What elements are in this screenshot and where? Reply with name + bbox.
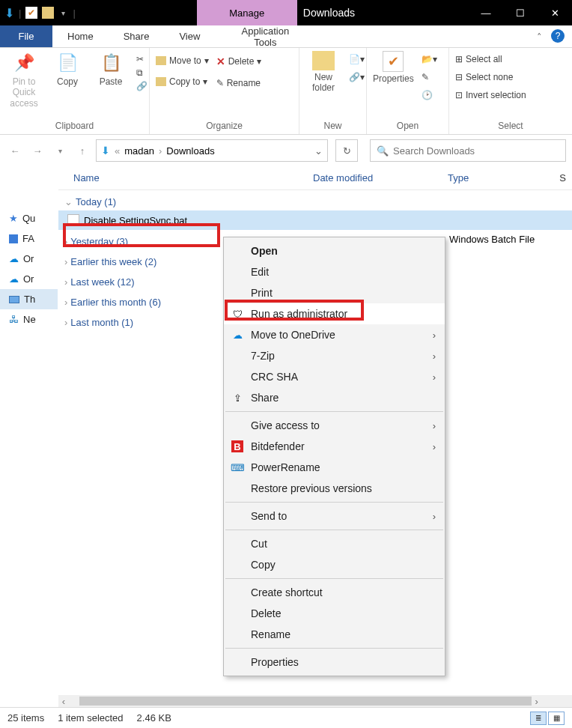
menu-crc-sha[interactable]: CRC SHA› <box>224 366 445 387</box>
folder-icon[interactable] <box>42 7 54 19</box>
search-input[interactable] <box>393 145 559 157</box>
group-label: Earlier this month (6) <box>70 297 161 308</box>
home-tab[interactable]: Home <box>52 25 109 47</box>
menu-share[interactable]: ⇪Share <box>224 387 445 408</box>
back-button[interactable]: ← <box>6 142 24 160</box>
scroll-left-icon[interactable]: ‹ <box>58 696 69 707</box>
delete-button[interactable]: ✕Delete▾ <box>216 55 262 67</box>
column-size[interactable]: S <box>557 172 572 183</box>
menu-copy[interactable]: Copy <box>224 554 445 575</box>
up-button[interactable]: ↑ <box>73 142 91 160</box>
menu-cut[interactable]: Cut <box>224 533 445 554</box>
address-bar[interactable]: ⬇ « madan › Downloads ⌄ <box>96 139 328 162</box>
thumbnails-view-button[interactable]: ▦ <box>548 712 565 725</box>
menu-7zip[interactable]: 7-Zip› <box>224 345 445 366</box>
menu-create-shortcut[interactable]: Create shortcut <box>224 582 445 603</box>
menu-open[interactable]: Open <box>224 240 445 261</box>
collapse-ribbon-icon[interactable]: ˄ <box>537 31 542 43</box>
copy-to-label: Copy to <box>169 76 200 87</box>
column-headers[interactable]: Name Date modified Type S <box>58 166 572 190</box>
status-size: 2.46 KB <box>137 712 171 724</box>
menu-bitdefender[interactable]: BBitdefender› <box>224 436 445 457</box>
application-tools-tab[interactable]: Application Tools <box>215 25 315 47</box>
menu-restore-versions[interactable]: Restore previous versions <box>224 478 445 499</box>
help-icon[interactable]: ? <box>551 29 565 43</box>
view-tab[interactable]: View <box>164 25 215 47</box>
open-icon[interactable]: 📂▾ <box>422 54 437 64</box>
building-icon <box>9 234 18 243</box>
copy-to-button[interactable]: Copy to▾ <box>156 76 209 87</box>
history-icon[interactable]: 🕑 <box>422 90 437 100</box>
chevron-right-icon: › <box>64 276 67 288</box>
folder-icon <box>156 56 166 65</box>
status-selected: 1 item selected <box>58 712 123 724</box>
minimize-button[interactable]: — <box>469 0 503 25</box>
pin-quick-access-button[interactable]: 📌 Pin to Quick access <box>6 51 42 109</box>
menu-properties[interactable]: Properties <box>224 652 445 673</box>
checkmark-icon[interactable]: ✔ <box>25 7 37 19</box>
rename-button[interactable]: ✎Rename <box>216 78 262 88</box>
status-bar: 25 items 1 item selected 2.46 KB ≣ ▦ <box>0 707 572 728</box>
maximize-button[interactable]: ☐ <box>503 0 538 25</box>
scroll-right-icon[interactable]: › <box>532 696 542 707</box>
address-dropdown-icon[interactable]: ⌄ <box>314 145 323 157</box>
menu-delete[interactable]: Delete <box>224 603 445 624</box>
breadcrumb-segment[interactable]: Downloads <box>166 145 214 157</box>
highlight-box-file <box>63 223 220 247</box>
chevron-right-icon: › <box>64 297 67 308</box>
breadcrumb-segment[interactable]: madan <box>124 145 154 157</box>
bitdefender-icon: B <box>231 440 243 452</box>
select-none-button[interactable]: ⊟Select none <box>455 72 526 82</box>
menu-rename[interactable]: Rename <box>224 624 445 645</box>
menu-edit[interactable]: Edit <box>224 261 445 282</box>
window-title: Downloads <box>303 0 355 25</box>
sidebar-item-favorites[interactable]: FA <box>0 228 58 249</box>
paste-shortcut-icon[interactable]: 🔗 <box>136 81 147 91</box>
close-button[interactable]: ✕ <box>538 0 572 25</box>
clipboard-group-label: Clipboard <box>6 121 143 133</box>
search-box[interactable]: 🔍 <box>370 139 566 162</box>
paste-button[interactable]: 📋 Paste <box>93 51 129 87</box>
file-menu[interactable]: File <box>0 25 52 47</box>
sidebar-item-onedrive2[interactable]: ☁Or <box>0 269 58 289</box>
sidebar-item-this-pc[interactable]: Th <box>0 289 58 309</box>
invert-selection-button[interactable]: ⊡Invert selection <box>455 90 526 100</box>
copy-label: Copy <box>57 76 78 87</box>
menu-powerrename[interactable]: ⌨PowerRename <box>224 457 445 478</box>
edit-icon[interactable]: ✎ <box>422 72 437 82</box>
menu-send-to[interactable]: Send to› <box>224 506 445 527</box>
easy-access-icon[interactable]: 🔗▾ <box>349 72 365 82</box>
quick-access-arrow-icon[interactable]: ⬇ <box>4 6 14 20</box>
sidebar-item-onedrive[interactable]: ☁Or <box>0 249 58 269</box>
move-to-button[interactable]: Move to▾ <box>156 55 209 66</box>
new-folder-button[interactable]: New folder <box>305 51 341 94</box>
sidebar-item-network[interactable]: 🖧Ne <box>0 309 58 330</box>
horizontal-scrollbar[interactable]: ‹ › <box>58 695 572 707</box>
scroll-thumb[interactable] <box>79 697 532 706</box>
caret-down-icon[interactable]: ▾ <box>58 9 68 17</box>
details-view-button[interactable]: ≣ <box>530 712 547 725</box>
column-date[interactable]: Date modified <box>313 172 448 183</box>
cut-icon[interactable]: ✂ <box>136 54 147 64</box>
refresh-button[interactable]: ↻ <box>335 139 358 162</box>
select-all-button[interactable]: ⊞Select all <box>455 54 526 64</box>
menu-move-onedrive[interactable]: ☁Move to OneDrive› <box>224 324 445 345</box>
star-icon: ★ <box>9 213 18 224</box>
column-type[interactable]: Type <box>448 172 557 183</box>
column-name[interactable]: Name <box>73 172 313 183</box>
forward-button[interactable]: → <box>28 142 46 160</box>
history-dropdown[interactable]: ▾ <box>51 142 69 160</box>
copy-icon: 📄 <box>55 51 79 75</box>
new-item-icon[interactable]: 📄▾ <box>349 54 365 64</box>
menu-give-access[interactable]: Give access to› <box>224 415 445 436</box>
sidebar-item-label: Or <box>23 253 34 264</box>
copy-button[interactable]: 📄 Copy <box>49 51 85 87</box>
properties-button[interactable]: ✔ Properties <box>373 51 414 84</box>
properties-icon: ✔ <box>383 51 404 72</box>
cloud-icon: ☁ <box>9 273 19 285</box>
group-today[interactable]: ⌄Today (1) <box>58 190 572 210</box>
copy-path-icon[interactable]: ⧉ <box>136 67 147 78</box>
sidebar-item-quick-access[interactable]: ★Qu <box>0 208 58 228</box>
share-tab[interactable]: Share <box>109 25 165 47</box>
manage-tab[interactable]: Manage <box>197 0 297 25</box>
